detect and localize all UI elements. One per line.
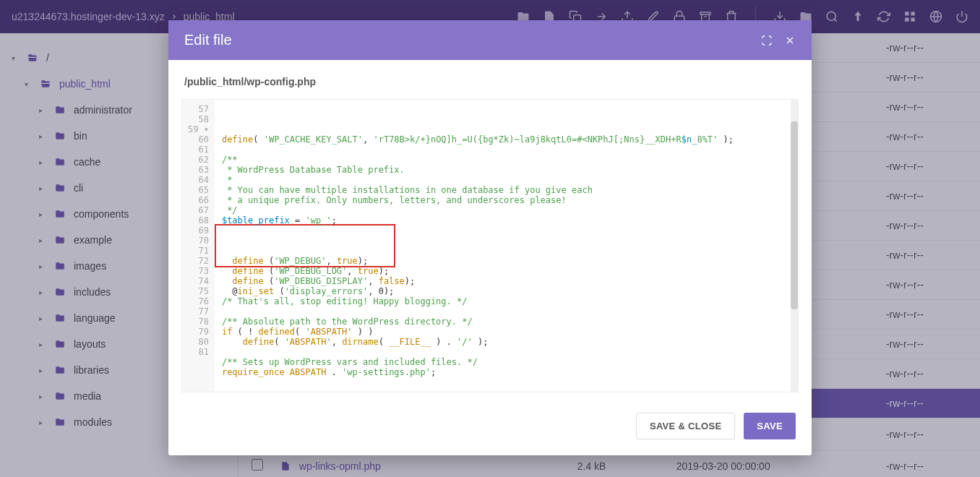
save-close-button[interactable]: SAVE & CLOSE <box>636 413 735 439</box>
fullscreen-icon[interactable] <box>761 35 773 46</box>
edit-file-modal: Edit file /public_html/wp-config.php 575… <box>168 20 812 455</box>
save-button[interactable]: SAVE <box>744 413 796 439</box>
modal-footer: SAVE & CLOSE SAVE <box>168 400 812 455</box>
close-icon[interactable] <box>784 35 796 46</box>
code-editor[interactable]: 575859 ▾60616263646566676869707172737475… <box>181 99 799 392</box>
scrollbar-thumb[interactable] <box>791 121 798 309</box>
file-path: /public_html/wp-config.php <box>181 76 799 99</box>
line-gutter: 575859 ▾60616263646566676869707172737475… <box>182 100 215 392</box>
modal-title: Edit file <box>184 32 749 48</box>
modal-header: Edit file <box>168 20 812 60</box>
editor-scrollbar[interactable] <box>791 100 798 392</box>
modal-overlay: Edit file /public_html/wp-config.php 575… <box>0 0 980 477</box>
code-body[interactable]: define( 'WP_CACHE_KEY_SALT', 'rT78B>k/+}… <box>215 100 791 392</box>
